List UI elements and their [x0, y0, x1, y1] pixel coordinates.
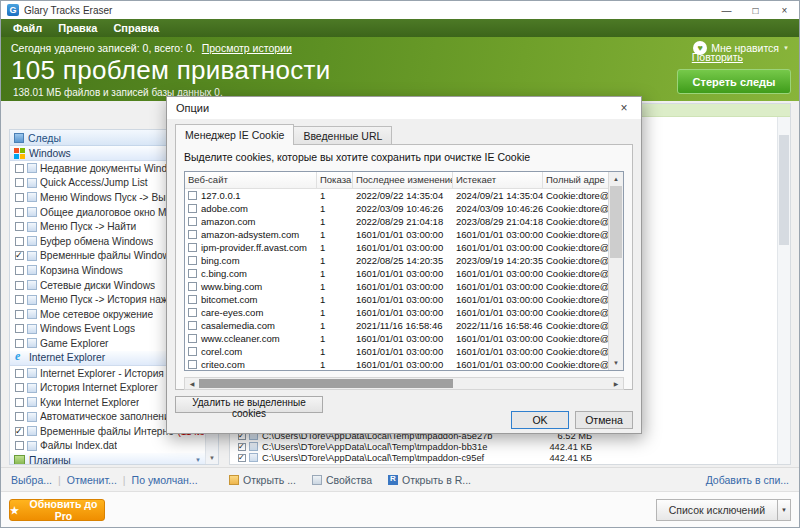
row-checkbox[interactable] — [188, 269, 197, 278]
horizontal-scrollbar[interactable]: ◀ ▶ — [184, 377, 624, 390]
checkbox[interactable] — [15, 369, 24, 378]
table-row[interactable]: bitcomet.com11601/01/01 03:00:001601/01/… — [185, 293, 608, 306]
site-cell: bitcomet.com — [185, 294, 317, 305]
checkbox[interactable] — [15, 266, 24, 275]
table-cell: Cookie:dtore@ — [543, 307, 608, 318]
view-history-link[interactable]: Просмотр истории — [202, 42, 292, 54]
checkbox[interactable] — [15, 178, 24, 187]
checkbox[interactable] — [15, 251, 24, 260]
maximize-icon[interactable]: □ — [741, 1, 770, 19]
footer-link[interactable]: Отменит... — [67, 474, 117, 486]
row-checkbox[interactable] — [188, 217, 197, 226]
site-name: amazon-adsystem.com — [201, 229, 299, 240]
checkbox[interactable] — [15, 441, 24, 450]
column-header[interactable]: Веб-сайт — [185, 172, 317, 188]
menu-item[interactable]: Правка — [50, 22, 105, 34]
scroll-thumb[interactable] — [779, 135, 789, 245]
minimize-icon[interactable]: — — [712, 1, 741, 19]
chevron-down-icon[interactable]: ▼ — [195, 457, 201, 463]
column-header[interactable]: Показа... — [317, 172, 353, 188]
scroll-down-icon[interactable]: ▼ — [609, 356, 623, 370]
row-checkbox[interactable] — [188, 308, 197, 317]
vertical-scrollbar[interactable]: ▲ ▼ — [608, 172, 623, 370]
checkbox[interactable] — [15, 164, 24, 173]
row-checkbox[interactable] — [188, 334, 197, 343]
scroll-thumb[interactable] — [199, 379, 453, 388]
sidebar-group-plugins[interactable]: Плагины▼ — [10, 453, 205, 464]
checkbox[interactable] — [15, 427, 24, 436]
checkbox[interactable] — [15, 310, 24, 319]
table-row[interactable]: casalemedia.com12021/11/16 16:58:462022/… — [185, 319, 608, 332]
erase-tracks-button[interactable]: Стереть следы — [677, 69, 791, 94]
row-checkbox[interactable] — [188, 230, 197, 239]
footer-link[interactable]: Выбра... — [11, 474, 52, 486]
checkbox[interactable] — [15, 383, 24, 392]
row-checkbox[interactable] — [188, 360, 197, 369]
close-icon[interactable]: × — [770, 1, 799, 19]
checkbox[interactable] — [15, 324, 24, 333]
checkbox[interactable] — [238, 443, 246, 451]
table-row[interactable]: www.ccleaner.com11601/01/01 03:00:001601… — [185, 332, 608, 345]
plugins-icon — [14, 455, 25, 464]
column-header[interactable]: Последнее изменение — [353, 172, 453, 188]
checkbox[interactable] — [15, 339, 24, 348]
column-header[interactable]: Истекает — [453, 172, 543, 188]
file-row[interactable]: C:\Users\DTore\AppData\Local\Temp\tmpadd… — [230, 441, 777, 452]
table-row[interactable]: www.bing.com11601/01/01 03:00:001601/01/… — [185, 280, 608, 293]
repeat-link[interactable]: Повторить — [692, 51, 743, 63]
checkbox[interactable] — [15, 193, 24, 202]
column-header[interactable]: Полный адре — [543, 172, 608, 188]
checkbox[interactable] — [238, 454, 246, 462]
footer-action[interactable]: Свойства — [312, 474, 372, 486]
table-row[interactable]: adobe.com12022/03/09 10:46:262024/03/09 … — [185, 202, 608, 215]
footer-action[interactable]: Открыть ... — [229, 474, 296, 486]
table-row[interactable]: corel.com11601/01/01 03:00:001601/01/01 … — [185, 345, 608, 358]
table-row[interactable]: c.bing.com11601/01/01 03:00:001601/01/01… — [185, 267, 608, 280]
scroll-right-icon[interactable]: ▶ — [609, 378, 623, 389]
delete-unselected-cookies-button[interactable]: Удалить не выделенные cookies — [175, 396, 323, 413]
menu-item[interactable]: Справка — [105, 22, 167, 34]
scroll-thumb[interactable] — [610, 186, 622, 258]
close-icon[interactable]: × — [607, 97, 641, 119]
menu-item[interactable]: Файл — [5, 22, 50, 34]
row-checkbox[interactable] — [188, 321, 197, 330]
row-checkbox[interactable] — [188, 243, 197, 252]
row-checkbox[interactable] — [188, 256, 197, 265]
ok-button[interactable]: OK — [511, 411, 569, 429]
checkbox[interactable] — [15, 281, 24, 290]
table-row[interactable]: amazon.com12022/08/29 21:04:182023/08/29… — [185, 215, 608, 228]
dialog-tab[interactable]: Введенные URL — [293, 126, 392, 145]
row-checkbox[interactable] — [188, 204, 197, 213]
checkbox[interactable] — [15, 237, 24, 246]
add-to-list-link[interactable]: Добавить в спи... — [706, 474, 789, 486]
cancel-button[interactable]: Отмена — [575, 411, 633, 429]
table-row[interactable]: criteo.com11601/01/01 03:00:001601/01/01… — [185, 358, 608, 370]
table-row[interactable]: care-eyes.com11601/01/01 03:00:001601/01… — [185, 306, 608, 319]
footer-action[interactable]: Открыть в R... — [388, 474, 471, 486]
results-scrollbar[interactable] — [777, 117, 790, 464]
dialog-tab[interactable]: Менеджер IE Cookie — [175, 124, 294, 145]
exclusions-list-button[interactable]: Список исключений — [656, 499, 778, 521]
upgrade-to-pro-button[interactable]: ★ Обновить до Pro — [9, 499, 105, 521]
sidebar-item[interactable]: Файлы Index.dat — [10, 439, 205, 454]
checkbox[interactable] — [15, 295, 24, 304]
table-row[interactable]: ipm-provider.ff.avast.com11601/01/01 03:… — [185, 241, 608, 254]
scroll-down-icon[interactable]: ▼ — [206, 452, 218, 464]
file-row[interactable]: C:\Users\DTore\AppData\Local\Temp\tmpadd… — [230, 452, 777, 463]
checkbox[interactable] — [15, 412, 24, 421]
table-row[interactable]: bing.com12022/08/25 14:20:352023/09/19 1… — [185, 254, 608, 267]
checkbox[interactable] — [15, 222, 24, 231]
table-cell: Cookie:dtore@ — [543, 268, 608, 279]
row-checkbox[interactable] — [188, 191, 197, 200]
scroll-left-icon[interactable]: ◀ — [185, 378, 199, 389]
checkbox[interactable] — [15, 208, 24, 217]
footer-link[interactable]: По умолчан... — [132, 474, 198, 486]
scroll-up-icon[interactable]: ▲ — [609, 172, 623, 186]
chevron-down-icon[interactable]: ▼ — [778, 499, 791, 521]
checkbox[interactable] — [15, 398, 24, 407]
table-row[interactable]: 127.0.0.112022/09/22 14:35:042024/09/21 … — [185, 189, 608, 202]
table-row[interactable]: amazon-adsystem.com11601/01/01 03:00:001… — [185, 228, 608, 241]
row-checkbox[interactable] — [188, 282, 197, 291]
row-checkbox[interactable] — [188, 295, 197, 304]
row-checkbox[interactable] — [188, 347, 197, 356]
